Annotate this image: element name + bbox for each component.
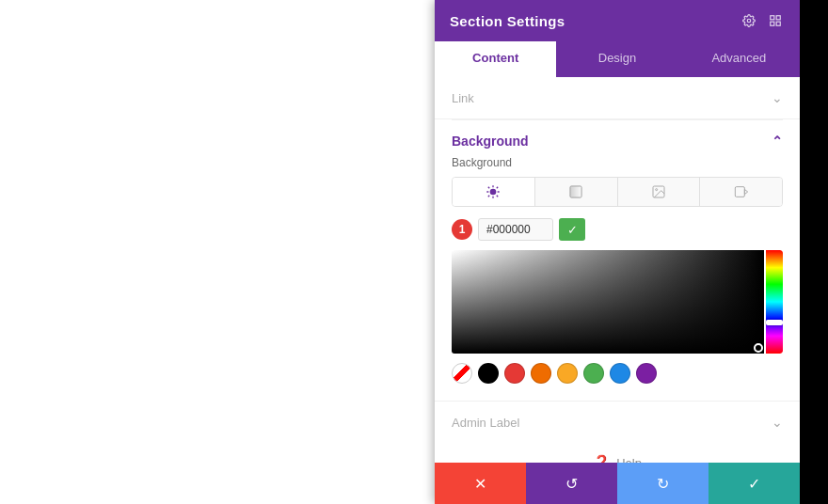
admin-label-chevron-icon: ⌄ [772,415,783,430]
panel-header: Section Settings [435,0,800,41]
background-section: Background ⌃ Background [435,119,800,401]
help-icon: ❓ [593,454,611,463]
canvas-area [0,0,435,504]
panel-title: Section Settings [450,13,565,29]
background-title: Background [452,134,529,149]
gradient-dark [452,250,764,354]
swatch-transparent[interactable] [452,363,472,384]
cancel-icon: ✕ [474,475,486,493]
cancel-button[interactable]: ✕ [435,463,526,504]
swatch-purple[interactable] [636,363,657,384]
hex-input[interactable] [478,218,553,241]
expand-icon[interactable] [766,11,785,30]
bg-type-color[interactable] [453,178,535,206]
swatch-orange[interactable] [531,363,551,384]
admin-label-text: Admin Label [452,416,519,430]
svg-rect-2 [776,16,780,20]
tab-content[interactable]: Content [435,41,556,77]
color-swatches [452,357,783,387]
svg-point-9 [656,189,658,191]
svg-rect-1 [771,16,774,20]
svg-point-0 [747,19,751,23]
color-badge: 1 [452,219,472,240]
bg-type-video[interactable] [700,178,782,206]
confirm-color-button[interactable]: ✓ [559,218,585,241]
svg-rect-7 [570,186,581,197]
tab-design[interactable]: Design [556,41,677,77]
link-label: Link [452,91,474,105]
help-label: Help [616,456,642,464]
confirm-icon: ✓ [748,475,760,493]
bg-type-gradient[interactable] [535,178,618,206]
panel-header-icons [740,11,785,30]
background-label: Background [452,156,783,169]
hue-slider[interactable] [766,250,783,354]
svg-rect-10 [735,187,744,197]
panel-body: Link ⌄ Background ⌃ Background [435,77,800,463]
color-input-row: 1 ✓ [452,218,783,241]
bg-type-tabs [452,177,783,207]
swatch-green[interactable] [583,363,604,384]
color-picker[interactable] [452,250,783,354]
swatch-yellow[interactable] [557,363,578,384]
background-collapse-icon[interactable]: ⌃ [772,134,783,149]
tab-advanced[interactable]: Advanced [678,41,800,77]
panel-tabs: Content Design Advanced [435,41,800,77]
swatch-blue[interactable] [610,363,630,384]
svg-rect-4 [771,22,774,25]
swatch-red[interactable] [504,363,525,384]
redo-button[interactable]: ↻ [617,463,709,504]
reset-icon: ↺ [565,475,578,493]
admin-label-row[interactable]: Admin Label ⌄ [435,401,800,443]
link-section-row[interactable]: Link ⌄ [435,77,800,119]
picker-cursor[interactable] [754,343,763,353]
section-settings-panel: Section Settings Content Design Advanced… [435,0,800,504]
reset-button[interactable]: ↺ [526,463,617,504]
panel-footer: ✕ ↺ ↻ ✓ [435,463,800,504]
link-chevron-icon: ⌄ [772,90,783,105]
swatch-black[interactable] [478,363,499,384]
confirm-button[interactable]: ✓ [709,463,800,504]
background-heading: Background ⌃ [452,119,783,156]
hue-slider-thumb[interactable] [766,320,783,325]
svg-rect-3 [776,22,780,25]
settings-icon[interactable] [740,11,758,30]
svg-point-5 [490,189,497,196]
redo-icon: ↻ [657,475,669,493]
help-row[interactable]: ❓ Help [435,443,800,463]
bg-type-image[interactable] [618,178,701,206]
